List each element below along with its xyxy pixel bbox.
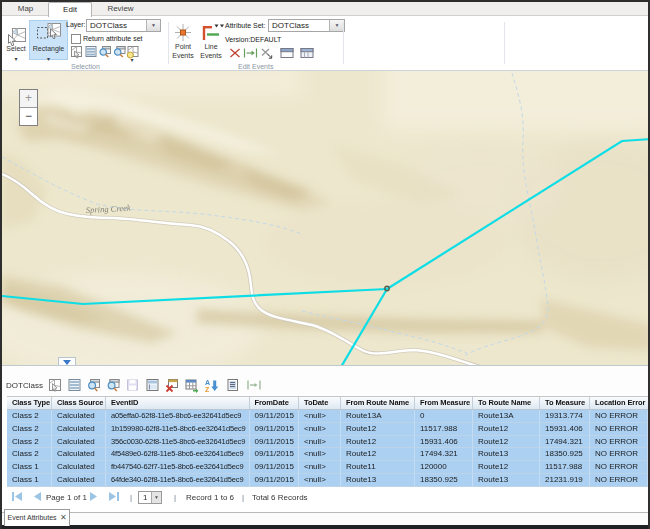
- svg-text:Z: Z: [205, 386, 210, 393]
